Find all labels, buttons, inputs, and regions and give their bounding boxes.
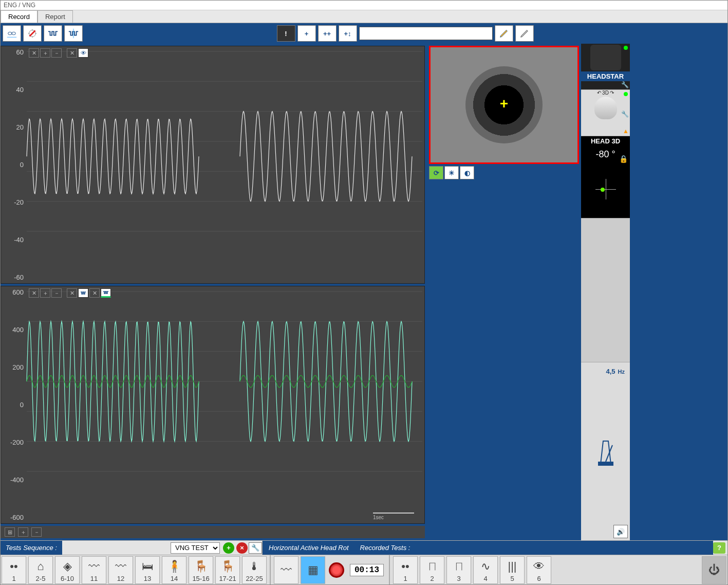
task-item[interactable]: 🛏13 bbox=[135, 556, 160, 584]
task-item[interactable]: 🌡22-25 bbox=[242, 556, 267, 584]
task-item[interactable]: 🪑15-16 bbox=[189, 556, 213, 584]
global-zoom-out-icon[interactable]: － bbox=[31, 527, 42, 537]
task-item[interactable]: 👁6 bbox=[527, 556, 551, 584]
svg-point-1 bbox=[12, 32, 15, 35]
head3d-label: HEAD 3D bbox=[581, 136, 630, 146]
task-item[interactable]: ◈6-10 bbox=[55, 556, 80, 584]
close-trace-b2-icon[interactable]: ✕ bbox=[67, 288, 77, 298]
task-item[interactable]: ••1 bbox=[393, 556, 418, 584]
zoom-in-b-icon[interactable]: ＋ bbox=[40, 288, 50, 298]
metronome-icon[interactable] bbox=[581, 379, 630, 523]
task-item[interactable]: ••1 bbox=[2, 556, 26, 584]
status-led2-icon bbox=[624, 92, 628, 96]
goggles-icon bbox=[590, 45, 621, 70]
add-single-button[interactable]: + bbox=[297, 25, 316, 42]
task-left-group: ••1⌂2-5◈6-10〰11〰12🛏13🧍14🪑15-16🪑17-21🌡22-… bbox=[1, 555, 268, 584]
sequence-wrench-icon[interactable]: 🔧 bbox=[249, 542, 262, 554]
frequency-unit: Hz bbox=[618, 369, 625, 375]
warning-icon: ▲ bbox=[623, 127, 629, 135]
add-sequence-button[interactable]: + bbox=[223, 542, 234, 554]
eye-camera-view[interactable] bbox=[429, 46, 579, 164]
task-item[interactable]: ▦ bbox=[301, 556, 325, 584]
close-trace2-icon[interactable]: ✕ bbox=[67, 48, 77, 58]
delete-sequence-button[interactable]: × bbox=[236, 542, 248, 554]
task-item[interactable]: 〰 bbox=[274, 556, 298, 584]
right-spacer bbox=[429, 181, 579, 538]
tests-sequence-label: Tests Sequence : bbox=[1, 541, 62, 555]
position-dot-icon bbox=[601, 188, 605, 192]
sequence-select[interactable]: VNG TEST bbox=[171, 542, 220, 554]
task-item[interactable]: ⨅3 bbox=[446, 556, 471, 584]
task-item[interactable]: 〰12 bbox=[108, 556, 133, 584]
recorded-tests-label: Recorded Tests : bbox=[355, 541, 713, 555]
edit-button[interactable] bbox=[515, 25, 534, 42]
wrench2-icon[interactable]: 🔧 bbox=[621, 111, 629, 118]
headstar-label: HEADSTAR bbox=[581, 71, 630, 81]
recording-timer: 00:13 bbox=[350, 564, 384, 576]
3d-label: 3D bbox=[581, 90, 630, 96]
chart-top-tools: ✕ ＋ － ✕ 👁 bbox=[29, 48, 88, 58]
task-item[interactable]: 🪑17-21 bbox=[215, 556, 240, 584]
task-mid-group: 〰▦ bbox=[273, 555, 326, 584]
pulse-b2-icon[interactable] bbox=[101, 288, 111, 298]
add-vertical-button[interactable]: +↕ bbox=[339, 25, 357, 42]
grid-icon[interactable]: ⊞ bbox=[5, 527, 15, 537]
task-right-group: ••1⨅2⨅3∿4|||5👁6 bbox=[392, 555, 552, 584]
task-item[interactable]: ⨅2 bbox=[420, 556, 444, 584]
add-double-button[interactable]: ++ bbox=[318, 25, 337, 42]
alert-button[interactable]: ! bbox=[277, 25, 295, 42]
refresh-icon[interactable]: ⟳ bbox=[429, 166, 443, 179]
close-trace-icon[interactable]: ✕ bbox=[29, 48, 39, 58]
brightness-icon[interactable]: ☀ bbox=[444, 166, 459, 179]
lock-icon[interactable]: 🔒 bbox=[619, 155, 628, 163]
pencil-button[interactable] bbox=[495, 25, 513, 42]
tests-sequence-section: Tests Sequence : VNG TEST + × 🔧 bbox=[1, 541, 263, 555]
chart-top[interactable]: 6040200-20-40-60 ✕ ＋ － ✕ 👁 bbox=[1, 46, 425, 284]
chart-global-tools: ⊞ ＋ － bbox=[1, 526, 425, 538]
status-led-icon bbox=[624, 46, 628, 50]
annotation-input[interactable] bbox=[359, 27, 493, 40]
task-item[interactable]: ∿4 bbox=[473, 556, 498, 584]
right-column: ⟳ ☀ ◐ bbox=[427, 44, 581, 540]
far-empty bbox=[581, 218, 630, 362]
contrast-icon[interactable]: ◐ bbox=[460, 166, 474, 179]
far-right-column: 🔧 HEADSTAR 3D 🔧 ▲ HEAD 3D -80 ° 🔒 4,5 Hz bbox=[581, 44, 630, 540]
help-button[interactable]: ? bbox=[713, 542, 725, 554]
head-3d-preview: 3D 🔧 ▲ bbox=[581, 90, 630, 136]
chart-bottom-tools: ✕ ＋ － ✕ ✕ bbox=[29, 288, 111, 298]
app-window: ENG / VNG Record Report ! + ++ +↕ 604020… bbox=[0, 0, 728, 585]
svg-rect-3 bbox=[598, 462, 613, 466]
speaker-icon[interactable]: 🔊 bbox=[613, 525, 628, 538]
task-item[interactable]: 〰11 bbox=[82, 556, 106, 584]
task-bar: ••1⌂2-5◈6-10〰11〰12🛏13🧍14🪑15-16🪑17-21🌡22-… bbox=[1, 555, 727, 584]
zoom-out-b-icon[interactable]: － bbox=[51, 288, 62, 298]
task-item[interactable]: ⌂2-5 bbox=[28, 556, 53, 584]
close-trace-b-icon[interactable]: ✕ bbox=[29, 288, 39, 298]
charts-column: 6040200-20-40-60 ✕ ＋ － ✕ 👁 6004002000-20… bbox=[1, 44, 427, 540]
pulse-tool-2-button[interactable] bbox=[64, 25, 83, 42]
power-button[interactable]: ⏻ bbox=[702, 556, 726, 584]
record-button[interactable] bbox=[326, 560, 347, 580]
main-panel: 6040200-20-40-60 ✕ ＋ － ✕ 👁 6004002000-20… bbox=[1, 44, 727, 540]
pulse-b1-icon[interactable] bbox=[78, 288, 88, 298]
frequency-value: 4,5 bbox=[606, 368, 615, 375]
chart-bottom[interactable]: 6004002000-200-400-600 ✕ ＋ － ✕ ✕ 1sec bbox=[1, 286, 425, 524]
eye-mode-icon[interactable]: 👁 bbox=[78, 48, 88, 58]
tab-report[interactable]: Report bbox=[38, 10, 73, 23]
global-zoom-in-icon[interactable]: ＋ bbox=[18, 527, 28, 537]
zoom-out-icon[interactable]: － bbox=[51, 48, 62, 58]
chart-top-yaxis: 6040200-20-40-60 bbox=[2, 46, 25, 283]
eye-movement-button[interactable] bbox=[3, 25, 21, 42]
settings-off-button[interactable] bbox=[23, 25, 42, 42]
frequency-readout: 4,5 Hz bbox=[581, 362, 630, 379]
main-tabs: Record Report bbox=[1, 10, 727, 23]
title-bar: ENG / VNG bbox=[1, 1, 727, 10]
tab-record[interactable]: Record bbox=[1, 10, 38, 23]
pulse-tool-1-button[interactable] bbox=[44, 25, 62, 42]
task-item[interactable]: 🧍14 bbox=[162, 556, 186, 584]
close-trace-b3-icon[interactable]: ✕ bbox=[89, 288, 100, 298]
zoom-in-icon[interactable]: ＋ bbox=[40, 48, 50, 58]
wrench-icon[interactable]: 🔧 bbox=[621, 81, 629, 88]
task-item[interactable]: |||5 bbox=[500, 556, 525, 584]
head-3d-panel: HEAD 3D -80 ° 🔒 bbox=[581, 136, 630, 218]
